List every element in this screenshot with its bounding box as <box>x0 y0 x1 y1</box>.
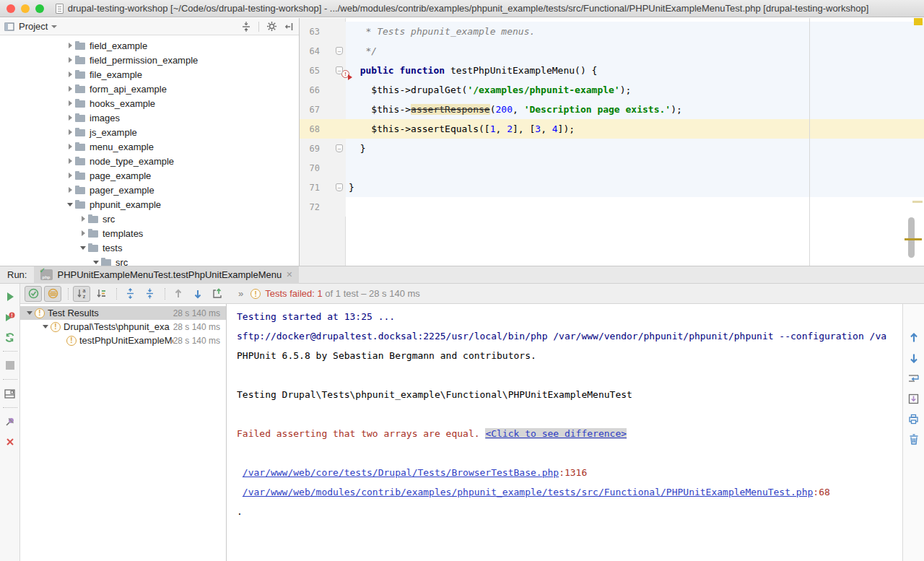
rerun-failed-tests-icon[interactable]: ! <box>3 309 17 325</box>
chevron-down-icon[interactable] <box>78 243 88 253</box>
test-tree-row[interactable]: !Drupal\Tests\phpunit_exa28 s 140 ms <box>20 320 226 334</box>
svg-text:z: z <box>82 294 85 299</box>
tree-item-js_example[interactable]: js_example <box>0 125 299 139</box>
stop-icon[interactable] <box>3 357 17 373</box>
tree-item-tests[interactable]: tests <box>0 240 299 255</box>
tree-item-label: hooks_example <box>90 98 155 109</box>
chevron-right-icon[interactable] <box>65 142 75 152</box>
code-line-69: 69– } <box>300 139 924 158</box>
tree-item-hooks_example[interactable]: hooks_example <box>0 96 299 110</box>
more-actions-icon[interactable]: » <box>238 288 243 299</box>
right-margin-guide <box>809 18 810 266</box>
tree-item-label: phpunit_example <box>90 199 161 210</box>
tab-close-icon[interactable]: ✕ <box>286 270 292 279</box>
previous-failed-test-icon[interactable] <box>170 286 187 302</box>
test-console-output[interactable]: Testing started at 13:25 ...sftp://docke… <box>226 304 902 561</box>
line-number: 66 <box>302 85 320 95</box>
show-ignored-icon[interactable] <box>44 286 61 302</box>
tree-item-phpunit_example[interactable]: phpunit_example <box>0 197 299 212</box>
scroll-from-source-icon[interactable] <box>241 22 251 32</box>
print-icon[interactable] <box>906 411 922 427</box>
gear-icon[interactable] <box>266 21 277 32</box>
run-tool-window: Run: ✓php PHPUnitExampleMenuTest.testPhp… <box>0 266 924 561</box>
chevron-right-icon[interactable] <box>65 156 75 166</box>
line-number: 71 <box>302 183 320 193</box>
toolbar-separator <box>165 288 165 300</box>
close-window-button[interactable] <box>6 4 15 13</box>
tree-item-src[interactable]: src <box>0 255 299 266</box>
chevron-down-icon[interactable] <box>91 257 101 266</box>
tree-item-menu_example[interactable]: menu_example <box>0 139 299 154</box>
toggle-auto-test-icon[interactable] <box>3 329 17 345</box>
fold-marker-icon[interactable]: – <box>336 183 343 191</box>
tree-item-templates[interactable]: templates <box>0 226 299 240</box>
hide-panel-icon[interactable] <box>284 22 295 32</box>
sort-by-duration-icon[interactable] <box>92 286 110 302</box>
project-panel-title[interactable]: Project <box>19 21 48 32</box>
down-icon[interactable] <box>906 350 922 366</box>
pin-icon[interactable] <box>3 414 17 430</box>
fold-marker-icon[interactable]: – <box>336 47 343 55</box>
chevron-right-icon[interactable] <box>65 170 75 181</box>
inspection-status-indicator[interactable] <box>914 18 923 25</box>
chevron-right-icon[interactable] <box>65 98 75 108</box>
editor-scrollbar-thumb[interactable] <box>908 217 915 258</box>
chevron-right-icon[interactable] <box>65 55 75 65</box>
error-stripe-mark-2[interactable] <box>905 238 922 240</box>
fold-marker-icon[interactable]: – <box>336 144 343 152</box>
up-icon[interactable] <box>906 330 922 346</box>
close-icon[interactable] <box>3 434 17 450</box>
restore-layout-icon[interactable] <box>3 386 17 401</box>
console-text: Testing started at 13:25 ... <box>237 311 395 322</box>
chevron-right-icon[interactable] <box>65 127 75 137</box>
soft-wrap-icon[interactable] <box>906 370 922 386</box>
tree-item-file_example[interactable]: file_example <box>0 67 299 82</box>
chevron-down-icon[interactable] <box>40 322 51 332</box>
tree-item-field_permission_example[interactable]: field_permission_example <box>0 53 299 67</box>
code-editor[interactable]: 63 * Tests phpunit_example menus.64– */6… <box>300 18 924 266</box>
chevron-down-icon[interactable] <box>65 199 75 209</box>
chevron-down-icon[interactable] <box>51 25 57 28</box>
clear-all-icon[interactable] <box>906 431 922 447</box>
show-passed-icon[interactable] <box>25 286 42 302</box>
chevron-right-icon[interactable] <box>65 113 75 123</box>
chevron-right-icon[interactable] <box>65 69 75 79</box>
tree-item-src[interactable]: src <box>0 212 299 226</box>
rerun-icon[interactable] <box>3 289 17 305</box>
chevron-right-icon[interactable] <box>78 214 88 224</box>
tree-item-field_example[interactable]: field_example <box>0 38 299 53</box>
import-tests-icon[interactable] <box>209 286 226 302</box>
window-controls[interactable] <box>6 4 44 13</box>
folder-icon <box>88 243 98 252</box>
run-tab[interactable]: ✓php PHPUnitExampleMenuTest.testPhpUnitE… <box>34 266 299 284</box>
chevron-right-icon[interactable] <box>65 185 75 195</box>
chevron-right-icon[interactable] <box>78 228 88 238</box>
sort-alphabetically-icon[interactable]: az <box>73 286 90 302</box>
fold-marker-icon[interactable]: – <box>336 66 343 74</box>
tree-item-images[interactable]: images <box>0 110 299 125</box>
console-link[interactable]: /var/www/web/modules/contrib/examples/ph… <box>243 487 814 497</box>
test-tree-row[interactable]: !testPhpUnitExampleMenu28 s 140 ms <box>20 334 226 347</box>
zoom-window-button[interactable] <box>35 4 44 13</box>
console-line: PHPUnit 6.5.8 by Sebastian Bergmann and … <box>237 346 902 365</box>
next-failed-test-icon[interactable] <box>189 286 206 302</box>
tree-item-form_api_example[interactable]: form_api_example <box>0 82 299 96</box>
tree-item-pager_example[interactable]: pager_example <box>0 183 299 197</box>
tree-item-page_example[interactable]: page_example <box>0 168 299 183</box>
console-line: Testing started at 13:25 ... <box>237 307 902 326</box>
chevron-down-icon[interactable] <box>25 308 35 318</box>
window-title: drupal-testing-workshop [~/Code/os/drupa… <box>68 3 869 14</box>
scroll-to-end-icon[interactable] <box>906 391 922 406</box>
collapse-all-icon[interactable] <box>141 286 158 302</box>
console-link[interactable]: <Click to see difference> <box>485 428 627 439</box>
php-file-icon: ✓php <box>40 269 53 280</box>
minimize-window-button[interactable] <box>21 4 30 13</box>
tree-item-node_type_example[interactable]: node_type_example <box>0 154 299 168</box>
error-stripe-mark[interactable] <box>912 201 923 203</box>
expand-all-icon[interactable] <box>121 286 139 302</box>
console-link[interactable]: /var/www/web/core/tests/Drupal/Tests/Bro… <box>243 467 559 478</box>
test-tree-row[interactable]: !Test Results28 s 140 ms <box>20 306 226 320</box>
chevron-right-icon[interactable] <box>65 40 75 51</box>
chevron-right-icon[interactable] <box>65 84 75 94</box>
code-token: ( <box>490 104 496 115</box>
